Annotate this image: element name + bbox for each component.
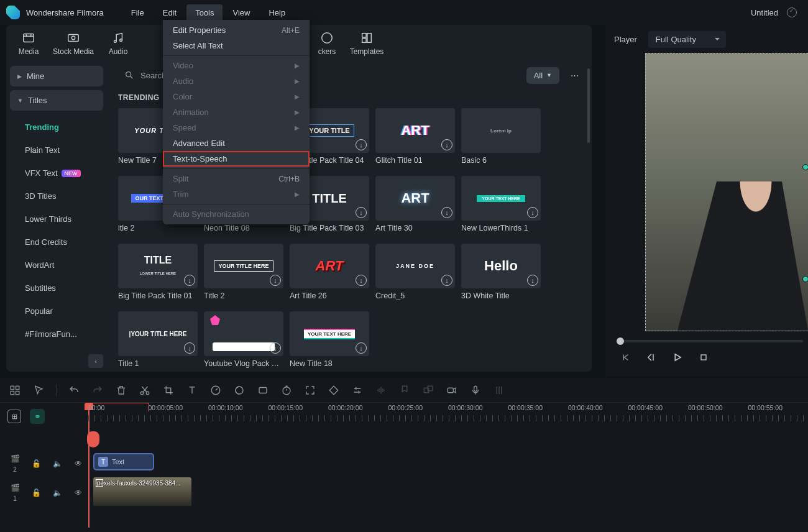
- sidebar-item-popular[interactable]: Popular: [10, 300, 102, 323]
- tab-media[interactable]: Media: [6, 29, 51, 61]
- title-tile[interactable]: JANE DOECredit_5: [375, 244, 455, 300]
- download-icon[interactable]: [356, 275, 367, 286]
- mute-icon[interactable]: 🔈: [51, 488, 63, 497]
- sidebar-item-vfx-text[interactable]: VFX TextNEW: [10, 162, 102, 185]
- download-icon[interactable]: [270, 275, 281, 286]
- title-tile[interactable]: YOUR TITLE HERETitle 2: [204, 244, 283, 300]
- menu-view[interactable]: View: [224, 4, 259, 21]
- play-button[interactable]: [671, 351, 684, 364]
- record-icon[interactable]: [446, 384, 458, 397]
- download-icon[interactable]: [184, 342, 195, 354]
- mic-icon[interactable]: [469, 384, 482, 397]
- mixer-icon[interactable]: [493, 384, 505, 397]
- download-icon[interactable]: [356, 139, 367, 150]
- adjust-icon[interactable]: [351, 384, 364, 397]
- layout-icon[interactable]: [9, 384, 21, 397]
- track-type-icon[interactable]: 🎬2: [9, 454, 21, 473]
- keyframe-icon[interactable]: [328, 384, 340, 397]
- filter-all[interactable]: All▼: [526, 67, 559, 84]
- sidebar-item-plain-text[interactable]: Plain Text: [10, 139, 102, 162]
- fit-icon[interactable]: [304, 384, 316, 397]
- title-tile[interactable]: ARTArt Title 26: [290, 244, 369, 300]
- menu-animation[interactable]: Animation▶: [163, 104, 310, 120]
- sidebar-collapse-button[interactable]: ‹: [88, 354, 103, 368]
- lock-icon[interactable]: 🔓: [30, 488, 42, 497]
- tab-audio[interactable]: Audio: [96, 29, 140, 61]
- title-tile[interactable]: Hello3D White Title: [461, 244, 541, 300]
- download-icon[interactable]: [527, 275, 538, 286]
- sidebar-item-lower-thirds[interactable]: Lower Thirds: [10, 208, 102, 231]
- preview-canvas[interactable]: [645, 53, 808, 331]
- more-options-icon[interactable]: ⋯: [566, 66, 583, 84]
- stop-button[interactable]: [697, 351, 710, 364]
- cut-icon[interactable]: [139, 384, 151, 397]
- sidebar-item-trending[interactable]: Trending: [10, 116, 102, 139]
- download-icon[interactable]: [270, 342, 281, 354]
- speed-icon[interactable]: [209, 384, 222, 397]
- tab-stickers[interactable]: ckers: [310, 29, 344, 61]
- marker-icon[interactable]: [398, 384, 411, 397]
- transform-handle-icon[interactable]: [802, 164, 808, 170]
- menu-file[interactable]: File: [122, 4, 153, 21]
- menu-help[interactable]: Help: [260, 4, 294, 21]
- save-status-icon[interactable]: [787, 7, 797, 17]
- step-back-button[interactable]: [645, 351, 658, 364]
- audio-wave-icon[interactable]: [375, 384, 387, 397]
- sidebar-mine[interactable]: ▶Mine: [10, 66, 103, 86]
- cursor-icon[interactable]: [32, 384, 45, 397]
- sidebar-titles[interactable]: ▼Titles: [10, 90, 103, 111]
- menu-edit-properties[interactable]: Edit PropertiesAlt+E: [163, 22, 310, 38]
- menu-split[interactable]: SplitCtrl+B: [163, 171, 310, 186]
- crop-icon[interactable]: [162, 384, 175, 397]
- menu-trim[interactable]: Trim▶: [163, 186, 310, 202]
- text-clip[interactable]: TText: [93, 453, 154, 470]
- download-icon[interactable]: [356, 342, 367, 354]
- download-icon[interactable]: [184, 275, 195, 286]
- title-tile[interactable]: Lorem ipBasic 6: [461, 108, 541, 165]
- title-tile[interactable]: |YOUR TITLE HERETitle 1: [118, 311, 198, 368]
- menu-color[interactable]: Color▶: [163, 89, 310, 104]
- menu-audio[interactable]: Audio▶: [163, 73, 310, 89]
- mute-icon[interactable]: 🔈: [51, 459, 63, 468]
- menu-text-to-speech[interactable]: Text-to-Speech: [163, 151, 310, 167]
- delete-icon[interactable]: [115, 384, 127, 397]
- download-icon[interactable]: [527, 207, 538, 218]
- prev-frame-button[interactable]: [619, 351, 631, 364]
- color-icon[interactable]: [233, 384, 246, 397]
- menu-tools[interactable]: Tools: [186, 4, 223, 21]
- playhead[interactable]: [88, 403, 90, 528]
- sidebar-item-filmorafun[interactable]: #FilmoraFun...: [10, 323, 102, 346]
- video-clip[interactable]: pexels-fauxels-3249935-384...: [93, 477, 191, 506]
- menu-select-all-text[interactable]: Select All Text: [163, 38, 310, 53]
- download-icon[interactable]: [441, 139, 452, 150]
- scrollbar[interactable]: [587, 68, 590, 143]
- sidebar-item-end-credits[interactable]: End Credits: [10, 231, 102, 254]
- group-icon[interactable]: [422, 384, 434, 397]
- download-icon[interactable]: [441, 275, 452, 286]
- undo-icon[interactable]: [68, 384, 80, 397]
- timeline-ruler[interactable]: 00:00 00:00:05:00 00:00:10:00 00:00:15:0…: [0, 403, 808, 421]
- title-tile[interactable]: ARTArt Title 30: [375, 176, 455, 232]
- timer-icon[interactable]: [280, 384, 293, 397]
- title-tile[interactable]: ARTGlitch Title 01: [375, 108, 455, 165]
- title-tile[interactable]: YOUR TEXT HERENew LowerThirds 1: [461, 176, 541, 232]
- title-tile[interactable]: TITLELOWER TITLE HEREBig Title Pack Titl…: [118, 244, 198, 300]
- mask-icon[interactable]: [257, 384, 269, 397]
- title-tile[interactable]: Youtube Vlog Pack Titl...: [204, 311, 283, 368]
- lock-icon[interactable]: 🔓: [30, 459, 42, 468]
- download-icon[interactable]: [356, 207, 367, 218]
- download-icon[interactable]: [441, 207, 452, 218]
- playhead-marker-icon[interactable]: [87, 431, 99, 447]
- track-type-icon[interactable]: 🎬1: [9, 484, 21, 502]
- menu-edit[interactable]: Edit: [154, 4, 185, 21]
- menu-video[interactable]: Video▶: [163, 58, 310, 73]
- tab-templates[interactable]: Templates: [344, 29, 389, 61]
- title-tile[interactable]: YOUR TEXT HERENew Title 18: [290, 311, 369, 368]
- redo-icon[interactable]: [91, 384, 104, 397]
- menu-advanced-edit[interactable]: Advanced Edit: [163, 135, 310, 151]
- sidebar-item-wordart[interactable]: WordArt: [10, 254, 102, 277]
- menu-speed[interactable]: Speed▶: [163, 120, 310, 135]
- text-icon[interactable]: [186, 384, 198, 397]
- tab-stock-media[interactable]: Stock Media: [51, 29, 96, 61]
- visibility-icon[interactable]: 👁: [72, 459, 85, 468]
